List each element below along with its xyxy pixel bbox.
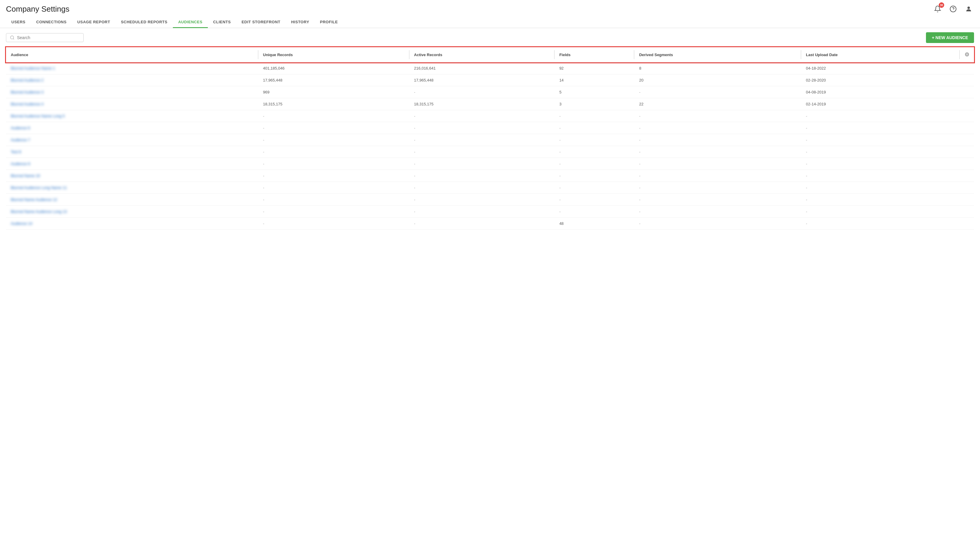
cell-audience-1[interactable]: Blurred Audience 2 bbox=[6, 74, 258, 86]
dash-value: - bbox=[414, 162, 415, 166]
cell-gear-4 bbox=[960, 110, 974, 122]
dash-value: - bbox=[263, 221, 264, 226]
cell-uniqueRecords-1: 17,965,448 bbox=[258, 74, 409, 86]
dash-value: - bbox=[559, 173, 560, 178]
audience-link[interactable]: Test 8 bbox=[11, 150, 21, 154]
table-row: Blurred Audience Name 1401,185,046216,01… bbox=[6, 62, 974, 74]
dash-value: - bbox=[414, 186, 415, 190]
cell-audience-2[interactable]: Blurred Audience 3 bbox=[6, 86, 258, 98]
tab-profile[interactable]: PROFILE bbox=[315, 17, 343, 28]
cell-audience-11[interactable]: Blurred Name Audience 12 bbox=[6, 194, 258, 206]
dash-value: - bbox=[263, 186, 264, 190]
cell-audience-6[interactable]: Audience 7 bbox=[6, 134, 258, 146]
dash-value: - bbox=[639, 221, 640, 226]
cell-fields-7: - bbox=[554, 146, 634, 158]
dash-value: - bbox=[414, 126, 415, 130]
top-icons: 30 bbox=[932, 3, 974, 15]
dash-value: - bbox=[806, 137, 807, 142]
table-row: Blurred Name Audience Long 13----- bbox=[6, 206, 974, 218]
col-active-records[interactable]: Active Records bbox=[409, 47, 555, 62]
tab-clients[interactable]: CLIENTS bbox=[208, 17, 236, 28]
notification-badge: 30 bbox=[939, 2, 944, 8]
cell-uniqueRecords-2: 969 bbox=[258, 86, 409, 98]
tab-audiences[interactable]: AUDIENCES bbox=[173, 17, 208, 28]
cell-derivedSegments-8: - bbox=[634, 158, 801, 170]
help-button[interactable] bbox=[948, 3, 959, 15]
cell-lastUploadDate-6: - bbox=[801, 134, 960, 146]
dash-value: - bbox=[806, 209, 807, 214]
dash-value: - bbox=[263, 209, 264, 214]
cell-gear-6 bbox=[960, 134, 974, 146]
notification-button[interactable]: 30 bbox=[932, 3, 943, 15]
audience-link[interactable]: Audience 9 bbox=[11, 162, 30, 166]
col-audience[interactable]: Audience bbox=[6, 47, 258, 62]
profile-button[interactable] bbox=[963, 3, 974, 15]
tab-edit-storefront[interactable]: EDIT STOREFRONT bbox=[236, 17, 286, 28]
tab-connections[interactable]: CONNECTIONS bbox=[31, 17, 72, 28]
dash-value: - bbox=[639, 197, 640, 202]
tab-users[interactable]: USERS bbox=[6, 17, 31, 28]
gear-icon[interactable]: ⚙ bbox=[964, 52, 969, 58]
cell-derivedSegments-1: 20 bbox=[634, 74, 801, 86]
search-input[interactable] bbox=[17, 35, 80, 40]
cell-audience-3[interactable]: Blurred Audience 4 bbox=[6, 98, 258, 110]
table-row: Blurred Name Audience 12----- bbox=[6, 194, 974, 206]
audience-link[interactable]: Blurred Name 10 bbox=[11, 173, 40, 178]
audience-link[interactable]: Blurred Audience 3 bbox=[11, 90, 44, 94]
cell-uniqueRecords-8: - bbox=[258, 158, 409, 170]
cell-gear-2 bbox=[960, 86, 974, 98]
cell-audience-5[interactable]: Audience 6 bbox=[6, 122, 258, 134]
search-box[interactable] bbox=[6, 33, 84, 42]
cell-uniqueRecords-12: - bbox=[258, 206, 409, 218]
col-unique-records[interactable]: Unique Records bbox=[258, 47, 409, 62]
dash-value: - bbox=[639, 173, 640, 178]
audience-link[interactable]: Audience 14 bbox=[11, 221, 32, 226]
dash-value: - bbox=[639, 186, 640, 190]
cell-lastUploadDate-1: 02-28-2020 bbox=[801, 74, 960, 86]
col-fields[interactable]: Fields bbox=[554, 47, 634, 62]
cell-audience-9[interactable]: Blurred Name 10 bbox=[6, 170, 258, 182]
dash-value: - bbox=[806, 197, 807, 202]
dash-value: - bbox=[639, 137, 640, 142]
audience-link[interactable]: Blurred Audience 4 bbox=[11, 102, 44, 106]
tab-scheduled-reports[interactable]: SCHEDULED REPORTS bbox=[116, 17, 173, 28]
cell-lastUploadDate-9: - bbox=[801, 170, 960, 182]
col-last-upload-date[interactable]: Last Upload Date bbox=[801, 47, 960, 62]
cell-derivedSegments-10: - bbox=[634, 182, 801, 194]
cell-derivedSegments-0: 8 bbox=[634, 62, 801, 74]
cell-gear-13 bbox=[960, 218, 974, 230]
cell-audience-10[interactable]: Blurred Audience Long Name 11 bbox=[6, 182, 258, 194]
dash-value: - bbox=[414, 90, 415, 94]
audience-link[interactable]: Blurred Audience Name Long 5 bbox=[11, 114, 65, 118]
audience-link[interactable]: Blurred Audience 2 bbox=[11, 78, 44, 82]
col-settings[interactable]: ⚙ bbox=[960, 47, 974, 62]
cell-audience-12[interactable]: Blurred Name Audience Long 13 bbox=[6, 206, 258, 218]
table-row: Audience 14--48-- bbox=[6, 218, 974, 230]
audience-link[interactable]: Blurred Name Audience 12 bbox=[11, 197, 57, 202]
cell-audience-4[interactable]: Blurred Audience Name Long 5 bbox=[6, 110, 258, 122]
cell-fields-4: - bbox=[554, 110, 634, 122]
svg-point-2 bbox=[967, 6, 970, 9]
audience-link[interactable]: Audience 7 bbox=[11, 137, 30, 142]
audience-link[interactable]: Audience 6 bbox=[11, 126, 30, 130]
table-row: Blurred Audience Name Long 5----- bbox=[6, 110, 974, 122]
tab-history[interactable]: HISTORY bbox=[286, 17, 315, 28]
cell-derivedSegments-12: - bbox=[634, 206, 801, 218]
cell-derivedSegments-2: - bbox=[634, 86, 801, 98]
col-derived-segments[interactable]: Derived Segments bbox=[634, 47, 801, 62]
audience-link[interactable]: Blurred Name Audience Long 13 bbox=[11, 209, 67, 214]
cell-uniqueRecords-7: - bbox=[258, 146, 409, 158]
new-audience-button[interactable]: + NEW AUDIENCE bbox=[926, 32, 974, 43]
audience-link[interactable]: Blurred Audience Name 1 bbox=[11, 66, 55, 71]
cell-derivedSegments-13: - bbox=[634, 218, 801, 230]
dash-value: - bbox=[639, 90, 640, 94]
tab-usage-report[interactable]: USAGE REPORT bbox=[72, 17, 116, 28]
audience-link[interactable]: Blurred Audience Long Name 11 bbox=[11, 186, 67, 190]
cell-activeRecords-5: - bbox=[409, 122, 555, 134]
cell-activeRecords-9: - bbox=[409, 170, 555, 182]
cell-audience-7[interactable]: Test 8 bbox=[6, 146, 258, 158]
cell-audience-13[interactable]: Audience 14 bbox=[6, 218, 258, 230]
cell-audience-0[interactable]: Blurred Audience Name 1 bbox=[6, 62, 258, 74]
cell-lastUploadDate-10: - bbox=[801, 182, 960, 194]
cell-audience-8[interactable]: Audience 9 bbox=[6, 158, 258, 170]
